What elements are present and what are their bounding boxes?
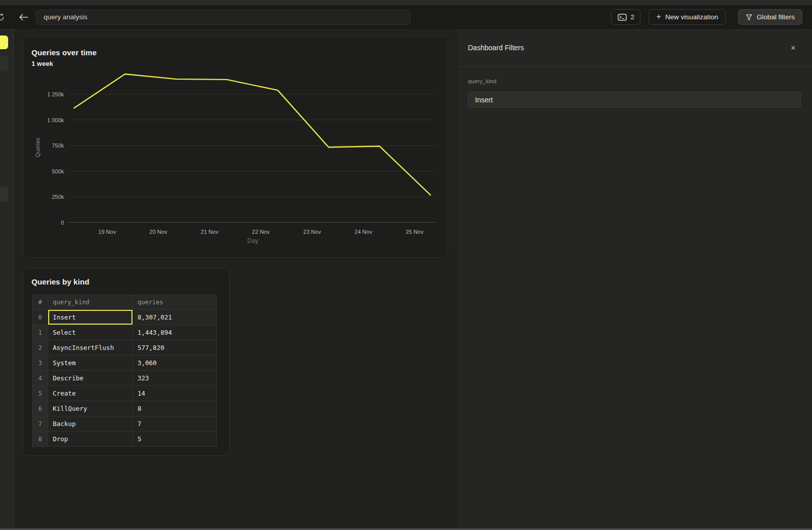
table-row: 7Backup7	[32, 416, 217, 432]
queries-count-cell[interactable]: 14	[133, 386, 217, 401]
svg-text:22 Nov: 22 Nov	[252, 229, 270, 235]
queries-count-cell[interactable]: 8	[133, 401, 217, 416]
table-column-header: query_kind	[48, 295, 133, 310]
queries-count-cell[interactable]: 7	[133, 416, 217, 432]
back-button[interactable]	[17, 11, 29, 23]
row-index-cell: 4	[32, 371, 48, 386]
svg-text:19 Nov: 19 Nov	[98, 229, 116, 235]
query-kind-cell[interactable]: Create	[48, 386, 133, 401]
table-row: 6KillQuery8	[32, 401, 217, 416]
plus-icon: +	[656, 12, 661, 21]
dashboard-title-input[interactable]	[36, 10, 411, 25]
filter-funnel-icon	[746, 14, 753, 21]
global-filters-label: Global filters	[757, 13, 795, 21]
svg-text:250k: 250k	[52, 194, 64, 200]
table-title: Queries by kind	[31, 277, 89, 286]
svg-text:Day: Day	[247, 237, 258, 244]
query-kind-cell[interactable]: Select	[48, 325, 133, 340]
table-column-header: queries	[133, 295, 217, 310]
svg-text:24 Nov: 24 Nov	[355, 229, 373, 235]
queries-count-cell[interactable]: 577,820	[133, 340, 217, 356]
dashboard-canvas: Queries over time 1 week 0250k500k750k1 …	[14, 29, 458, 530]
query-kind-cell[interactable]: System	[48, 356, 133, 371]
global-filters-button[interactable]: Global filters	[738, 9, 802, 25]
queries-by-kind-table: #query_kindqueries 0Insert8,307,0211Sele…	[32, 295, 217, 447]
svg-text:0: 0	[61, 220, 64, 226]
row-index-cell: 3	[32, 356, 48, 371]
sidebar-item-active[interactable]	[0, 36, 8, 49]
dashboard-app: 2 + New visualization Global filters Que…	[0, 0, 812, 530]
queries-count-cell[interactable]: 8,307,021	[133, 310, 217, 325]
close-icon[interactable]: ✕	[788, 44, 799, 53]
svg-text:21 Nov: 21 Nov	[201, 229, 219, 235]
table-row: 0Insert8,307,021	[32, 310, 217, 325]
svg-text:1 250k: 1 250k	[47, 91, 64, 97]
row-index-cell: 6	[32, 401, 48, 416]
query-kind-cell[interactable]: Backup	[48, 416, 133, 432]
svg-text:Queries: Queries	[35, 137, 41, 157]
sidebar-item-2[interactable]	[0, 56, 8, 72]
panel-divider	[458, 66, 812, 67]
svg-text:500k: 500k	[52, 168, 64, 174]
topbar: 2 + New visualization Global filters	[0, 5, 812, 29]
row-index-cell: 2	[32, 340, 48, 356]
table-row: 3System3,060	[32, 356, 217, 371]
refresh-icon[interactable]	[0, 13, 2, 21]
query-kind-cell[interactable]: AsyncInsertFlush	[48, 340, 133, 356]
table-row: 5Create14	[32, 386, 217, 401]
row-index-cell: 0	[32, 310, 48, 325]
query-kind-cell[interactable]: KillQuery	[48, 401, 133, 416]
queries-count-cell[interactable]: 5	[133, 432, 217, 447]
console-icon	[618, 14, 627, 21]
line-chart: 0250k500k750k1 000k1 250k19 Nov20 Nov21 …	[23, 37, 449, 258]
svg-text:750k: 750k	[52, 143, 64, 149]
table-header-row: #query_kindqueries	[32, 295, 217, 310]
svg-text:1 000k: 1 000k	[47, 117, 64, 123]
query-kind-cell[interactable]: Insert	[48, 310, 133, 325]
window-top-strip	[0, 0, 812, 5]
svg-text:25 Nov: 25 Nov	[406, 229, 424, 235]
content-row: Queries over time 1 week 0250k500k750k1 …	[0, 29, 812, 530]
table-row: 4Describe323	[32, 371, 217, 386]
filter-field-label: query_kind	[468, 78, 496, 84]
dashboard-filters-panel: Dashboard Filters ✕ query_kind	[458, 29, 812, 530]
query-kind-cell[interactable]: Describe	[48, 371, 133, 386]
queries-count-cell[interactable]: 323	[133, 371, 217, 386]
table-column-header: #	[32, 295, 48, 310]
query-kind-filter-input[interactable]	[468, 92, 801, 108]
mini-sidebar	[0, 29, 14, 530]
console-count: 2	[631, 13, 635, 21]
row-index-cell: 8	[32, 432, 48, 447]
row-index-cell: 5	[32, 386, 48, 401]
row-index-cell: 7	[32, 416, 48, 432]
table-row: 1Select1,443,894	[32, 325, 217, 340]
row-index-cell: 1	[32, 325, 48, 340]
queries-count-cell[interactable]: 3,060	[133, 356, 217, 371]
sql-console-button[interactable]: 2	[611, 9, 640, 25]
filters-panel-title: Dashboard Filters	[468, 44, 524, 52]
queries-by-kind-card: Queries by kind #query_kindqueries 0Inse…	[23, 268, 230, 456]
query-kind-cell[interactable]: Drop	[48, 432, 133, 447]
table-row: 2AsyncInsertFlush577,820	[32, 340, 217, 356]
new-visualization-button[interactable]: + New visualization	[649, 9, 726, 25]
sidebar-item-3[interactable]	[0, 187, 8, 202]
svg-text:20 Nov: 20 Nov	[150, 229, 167, 235]
queries-count-cell[interactable]: 1,443,894	[133, 325, 217, 340]
table-row: 8Drop5	[32, 432, 217, 447]
arrow-left-icon	[19, 14, 28, 21]
queries-over-time-card: Queries over time 1 week 0250k500k750k1 …	[23, 37, 448, 258]
new-visualization-label: New visualization	[665, 13, 718, 21]
svg-text:23 Nov: 23 Nov	[303, 229, 321, 235]
